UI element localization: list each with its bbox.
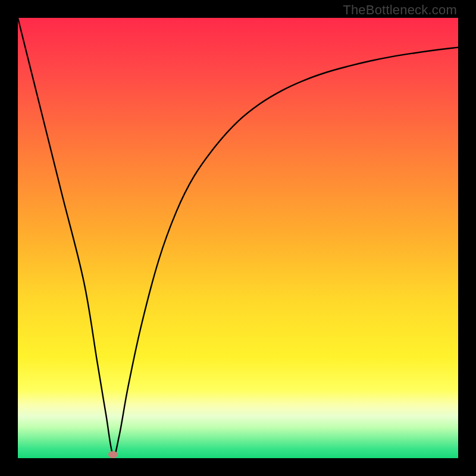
bottleneck-curve (18, 18, 458, 458)
watermark-text: TheBottleneck.com (343, 2, 457, 18)
optimum-marker (108, 451, 118, 458)
plot-area (18, 18, 458, 458)
chart-frame: TheBottleneck.com (0, 0, 476, 476)
